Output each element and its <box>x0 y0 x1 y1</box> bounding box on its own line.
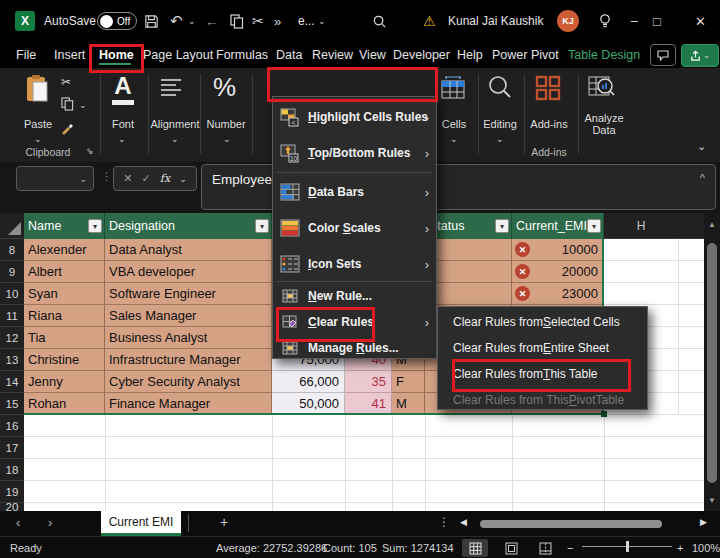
header-designation[interactable]: Designation▾ <box>105 213 272 239</box>
warning-icon[interactable]: ⚠ <box>423 0 436 42</box>
cell-name[interactable]: Alexender <box>24 239 105 261</box>
row-number[interactable]: 17 <box>0 437 24 459</box>
share-button[interactable]: ⌄ <box>681 42 719 68</box>
cell-emi[interactable]: ✕20000 <box>512 261 604 283</box>
tab-help[interactable]: Help <box>457 42 483 68</box>
fx-dropdown-icon[interactable]: ⌄ <box>179 174 187 184</box>
row-number[interactable]: 16 <box>0 415 24 437</box>
menu-item-color-scales[interactable]: Color Scales › <box>273 210 436 246</box>
cell-status[interactable] <box>425 283 512 305</box>
cell-age[interactable]: 41 <box>345 393 392 415</box>
column-letter-h[interactable]: H <box>604 213 678 239</box>
cell-name[interactable]: Jenny <box>24 371 105 393</box>
horizontal-scroll-thumb[interactable] <box>480 520 662 528</box>
filter-button[interactable]: ▾ <box>587 219 601 233</box>
search-icon[interactable] <box>372 0 387 42</box>
paste-button[interactable] <box>24 74 50 108</box>
font-dropdown-icon[interactable]: ⌄ <box>118 134 126 144</box>
cell-name[interactable]: Rohan <box>24 393 105 415</box>
undo-icon[interactable]: ↶ <box>170 0 183 42</box>
alignment-icon[interactable] <box>160 78 182 100</box>
vertical-scroll-thumb[interactable] <box>707 243 717 483</box>
sheet-next-icon[interactable]: › <box>48 515 52 530</box>
menu-item-new-rule[interactable]: New Rule... <box>273 283 436 309</box>
header-status[interactable]: Status▾ <box>425 213 512 239</box>
status-sum[interactable]: Sum: 1274134 <box>382 537 454 558</box>
cell-emi[interactable]: ✕23000 <box>512 283 604 305</box>
editing-dropdown-icon[interactable]: ⌄ <box>496 134 504 144</box>
cell-gender[interactable]: F <box>392 371 425 393</box>
cell-designation[interactable]: Cyber Security Analyst <box>105 371 272 393</box>
menu-item-clear-rules[interactable]: Clear Rules › <box>273 309 436 335</box>
menu-item-icon-sets[interactable]: Icon Sets › <box>273 246 436 282</box>
editing-icon[interactable] <box>487 74 513 104</box>
tab-insert[interactable]: Insert <box>54 42 85 68</box>
number-format-icon[interactable]: % <box>213 72 236 103</box>
cell-designation[interactable]: Infrastructure Manager <box>105 349 272 371</box>
autosave-toggle[interactable]: Off <box>97 0 137 42</box>
user-name[interactable]: Kunal Jai Kaushik <box>448 0 543 42</box>
cell-designation[interactable]: Sales Manager <box>105 305 272 327</box>
cell-name[interactable]: Albert <box>24 261 105 283</box>
name-box[interactable]: ⌄ <box>16 166 94 191</box>
header-name[interactable]: Name▾ <box>24 213 105 239</box>
row-number[interactable]: 14 <box>0 371 24 393</box>
column-letter-partial[interactable] <box>678 213 704 239</box>
user-avatar[interactable]: KJ <box>557 0 579 42</box>
menu-item-manage-rules[interactable]: Manage Rules... <box>273 335 436 361</box>
row-number[interactable]: 11 <box>0 305 24 327</box>
submenu-item-this-table[interactable]: Clear Rules from This Table <box>438 361 647 387</box>
filter-button[interactable]: ▾ <box>255 219 269 233</box>
row-number[interactable]: 9 <box>0 261 24 283</box>
row-number[interactable]: 8 <box>0 239 24 261</box>
comment-button[interactable] <box>650 42 676 68</box>
empty-cells-bottom[interactable] <box>24 415 704 511</box>
normal-view-button[interactable] <box>462 539 488 557</box>
status-count[interactable]: Count: 105 <box>323 537 377 558</box>
save-icon[interactable] <box>144 0 159 42</box>
enter-icon[interactable]: ✓ <box>142 172 151 185</box>
page-layout-view-button[interactable] <box>498 539 524 557</box>
cell-name[interactable]: Syan <box>24 283 105 305</box>
toolbar-overflow-icon[interactable]: » <box>274 0 281 42</box>
row-number[interactable]: 12 <box>0 327 24 349</box>
row-number[interactable]: 10 <box>0 283 24 305</box>
cell-designation[interactable]: Finance Manager <box>105 393 272 415</box>
minimize-button[interactable]: − <box>630 0 638 42</box>
ribbon-collapse-icon[interactable]: ⌄ <box>697 140 706 153</box>
format-painter-button[interactable] <box>60 120 76 140</box>
vertical-scrollbar[interactable]: ▲ ▼ <box>704 213 720 511</box>
hscroll-right-icon[interactable]: ▶ <box>700 517 707 527</box>
tab-power-pivot[interactable]: Power Pivot <box>492 42 559 68</box>
close-button[interactable]: ✕ <box>695 0 706 42</box>
filter-button[interactable]: ▾ <box>495 219 509 233</box>
cell-designation[interactable]: Business Analyst <box>105 327 272 349</box>
row-number[interactable]: 19 <box>0 481 24 503</box>
cell-name[interactable]: Riana <box>24 305 105 327</box>
font-group-button[interactable]: A <box>112 74 134 105</box>
undo-dropdown-icon[interactable]: ⌄ <box>188 0 196 42</box>
header-current-emi[interactable]: Current_EMI▾ <box>512 213 604 239</box>
status-average[interactable]: Average: 22752.39286 <box>216 537 327 558</box>
cell-salary[interactable]: 50,000 <box>272 393 345 415</box>
page-break-view-button[interactable] <box>532 539 558 557</box>
paste-dropdown-icon[interactable]: ⌄ <box>34 134 42 144</box>
zoom-slider-thumb[interactable] <box>626 541 629 552</box>
scroll-down-icon[interactable]: ▼ <box>704 491 720 509</box>
cancel-icon[interactable]: ✕ <box>123 172 132 185</box>
cut-button[interactable]: ✂ <box>61 75 71 89</box>
number-dropdown-icon[interactable]: ⌄ <box>223 134 231 144</box>
copy-button[interactable] <box>61 97 74 115</box>
row-number[interactable]: 13 <box>0 349 24 371</box>
zoom-out-icon[interactable]: − <box>567 537 573 558</box>
menu-item-top-bottom-rules[interactable]: 10 Top/Bottom Rules › <box>273 135 436 171</box>
document-name-dropdown[interactable]: e... ⌄ <box>298 0 326 42</box>
submenu-item-selected-cells[interactable]: Clear Rules from Selected Cells <box>438 309 647 335</box>
sheet-prev-icon[interactable]: ‹ <box>16 515 20 530</box>
cut-icon[interactable]: ✂ <box>252 0 264 42</box>
tabbar-more-icon[interactable]: ⋮ <box>438 515 450 529</box>
sheet-tab-current-emi[interactable]: Current EMI <box>101 511 181 536</box>
tab-page-layout[interactable]: Page Layout <box>143 42 213 68</box>
tab-developer[interactable]: Developer <box>393 42 450 68</box>
tab-review[interactable]: Review <box>312 42 353 68</box>
